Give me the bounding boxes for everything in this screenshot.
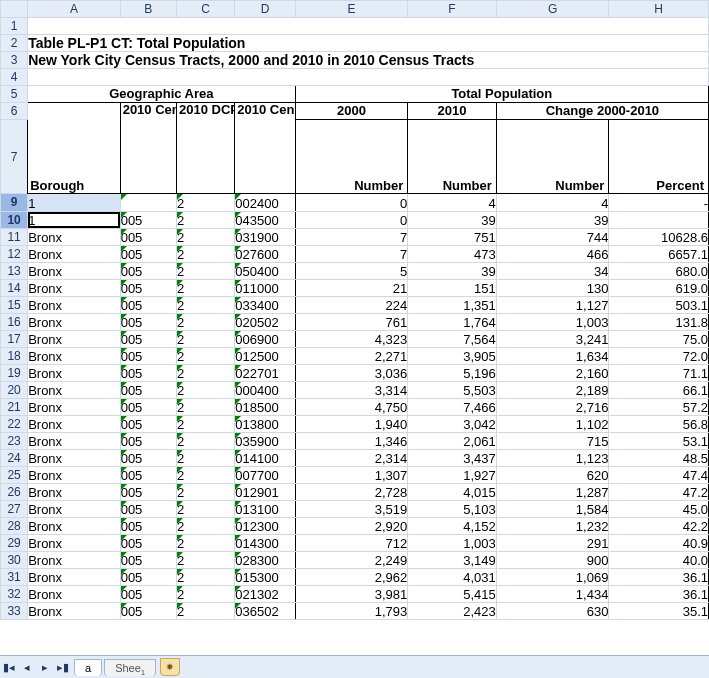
cell-dcp[interactable]: 2 [176,449,234,466]
cell-borough[interactable]: Bronx [28,415,121,432]
cell-change-percent[interactable]: 71.1 [609,364,709,381]
cell-change-number[interactable]: 39 [496,211,609,228]
cell-change-percent[interactable]: 56.8 [609,415,709,432]
row-25[interactable]: 25 [1,466,28,483]
cell-change-number[interactable]: 466 [496,245,609,262]
cell-borough[interactable]: Bronx [28,602,121,619]
cell-tract[interactable]: 015300 [235,568,295,585]
cell-number-2000[interactable]: 2,728 [295,483,408,500]
cell-borough[interactable]: 1 [28,194,121,212]
cell-fips[interactable]: 005 [120,449,176,466]
cell-borough[interactable]: Bronx [28,262,121,279]
sheet-tab-inactive[interactable]: Shee1 [104,659,156,676]
cell-dcp[interactable]: 2 [176,568,234,585]
row-14[interactable]: 14 [1,279,28,296]
header-geographic-area[interactable]: Geographic Area [28,86,295,103]
cell-tract[interactable]: 000400 [235,381,295,398]
col-B[interactable]: B [120,1,176,18]
cell-change-percent[interactable]: 47.4 [609,466,709,483]
cell-change-number[interactable]: 630 [496,602,609,619]
cell-fips[interactable]: 005 [120,534,176,551]
spreadsheet-grid[interactable]: A B C D E F G H 1 2 Table PL-P1 CT: Tota… [0,0,709,656]
cell-A1[interactable] [28,18,709,35]
cell-number-2000[interactable]: 5 [295,262,408,279]
cell-number-2000[interactable]: 1,307 [295,466,408,483]
cell-fips[interactable]: 005 [120,568,176,585]
cell-number-2010[interactable]: 39 [408,262,497,279]
cell-tract[interactable]: 020502 [235,313,295,330]
cell-tract[interactable]: 033400 [235,296,295,313]
cell-tract[interactable]: 031900 [235,228,295,245]
cell-number-2000[interactable]: 2,920 [295,517,408,534]
cell-borough[interactable]: Bronx [28,245,121,262]
header-2010[interactable]: 2010 [408,103,497,120]
row-28[interactable]: 28 [1,517,28,534]
cell-borough[interactable]: Bronx [28,279,121,296]
cell-change-number[interactable]: 1,003 [496,313,609,330]
cell-number-2010[interactable]: 4,031 [408,568,497,585]
row-6[interactable]: 6 [1,103,28,120]
cell-borough[interactable]: Bronx [28,568,121,585]
cell-change-percent[interactable]: 42.2 [609,517,709,534]
cell-change-percent[interactable]: 75.0 [609,330,709,347]
cell-change-number[interactable]: 291 [496,534,609,551]
cell-number-2010[interactable]: 5,415 [408,585,497,602]
row-30[interactable]: 30 [1,551,28,568]
cell-fips[interactable]: 005 [120,245,176,262]
cell-change-percent[interactable]: 10628.6 [609,228,709,245]
cell-borough[interactable]: Bronx [28,483,121,500]
cell-number-2010[interactable]: 7,564 [408,330,497,347]
row-27[interactable]: 27 [1,500,28,517]
header-tract[interactable]: 2010 Census Tract [235,103,295,194]
cell-change-percent[interactable]: 35.1 [609,602,709,619]
header-fips[interactable]: 2010 Census FIPS County Code [120,103,176,194]
cell-change-percent[interactable] [609,211,709,228]
cell-change-number[interactable]: 900 [496,551,609,568]
row-21[interactable]: 21 [1,398,28,415]
cell-tract[interactable]: 011000 [235,279,295,296]
cell-fips[interactable]: 005 [120,415,176,432]
cell-change-percent[interactable]: 36.1 [609,568,709,585]
row-5[interactable]: 5 [1,86,28,103]
row-15[interactable]: 15 [1,296,28,313]
cell-fips[interactable]: 005 [120,364,176,381]
cell-tract[interactable]: 013800 [235,415,295,432]
cell-dcp[interactable]: 2 [176,483,234,500]
cell-change-number[interactable]: 620 [496,466,609,483]
row-17[interactable]: 17 [1,330,28,347]
cell-fips[interactable]: 005 [120,279,176,296]
tab-nav-next-icon[interactable]: ▸ [36,658,54,676]
col-E[interactable]: E [295,1,408,18]
cell-change-number[interactable]: 34 [496,262,609,279]
cell-number-2000[interactable]: 712 [295,534,408,551]
col-A[interactable]: A [28,1,121,18]
cell-borough[interactable]: Bronx [28,296,121,313]
cell-dcp[interactable]: 2 [176,415,234,432]
cell-change-number[interactable]: 4 [496,194,609,212]
header-dcp[interactable]: 2010 DCP Borough Code [176,103,234,194]
cell-fips[interactable]: 005 [120,602,176,619]
cell-number-2000[interactable]: 2,271 [295,347,408,364]
cell-change-number[interactable]: 2,716 [496,398,609,415]
cell-borough[interactable]: Bronx [28,517,121,534]
cell-dcp[interactable]: 2 [176,330,234,347]
header-borough[interactable]: Borough [28,103,121,194]
cell-fips[interactable]: 005 [120,296,176,313]
tab-nav-prev-icon[interactable]: ◂ [18,658,36,676]
cell-number-2000[interactable]: 3,519 [295,500,408,517]
cell-fips[interactable]: 005 [120,517,176,534]
cell-dcp[interactable]: 2 [176,262,234,279]
cell-change-percent[interactable]: 131.8 [609,313,709,330]
cell-dcp[interactable]: 2 [176,296,234,313]
row-7[interactable]: 7 [1,120,28,194]
cell-number-2010[interactable]: 4,015 [408,483,497,500]
cell-dcp[interactable]: 2 [176,500,234,517]
cell-number-2000[interactable]: 2,314 [295,449,408,466]
cell-change-percent[interactable]: 40.9 [609,534,709,551]
cell-number-2000[interactable]: 3,981 [295,585,408,602]
cell-tract[interactable]: 014100 [235,449,295,466]
cell-number-2010[interactable]: 1,764 [408,313,497,330]
row-9[interactable]: 9 [1,194,28,212]
cell-dcp[interactable]: 2 [176,517,234,534]
tab-nav-last-icon[interactable]: ▸▮ [54,658,72,676]
